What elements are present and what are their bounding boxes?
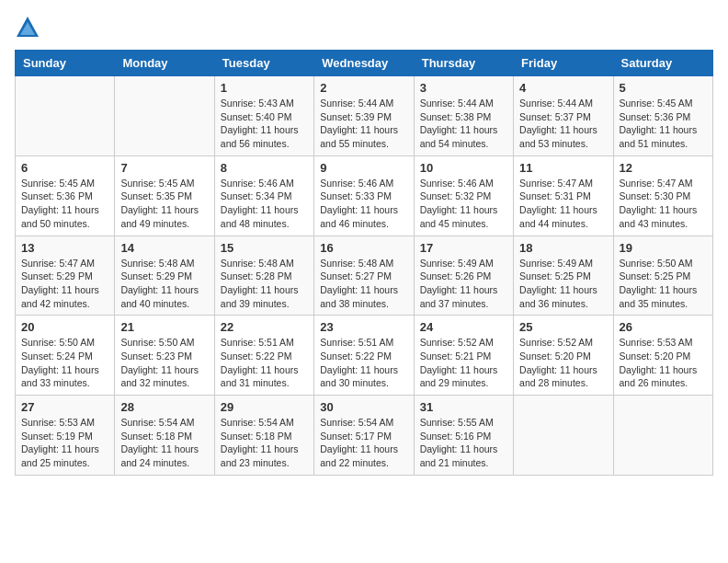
weekday-row: SundayMondayTuesdayWednesdayThursdayFrid… bbox=[16, 51, 713, 76]
calendar-cell bbox=[514, 396, 613, 476]
day-number: 8 bbox=[221, 161, 308, 175]
day-info: Sunrise: 5:52 AMSunset: 5:20 PMDaylight:… bbox=[519, 336, 607, 390]
calendar-cell: 28Sunrise: 5:54 AMSunset: 5:18 PMDayligh… bbox=[115, 396, 214, 476]
day-info: Sunrise: 5:49 AMSunset: 5:26 PMDaylight:… bbox=[420, 257, 507, 311]
calendar-week-row: 13Sunrise: 5:47 AMSunset: 5:29 PMDayligh… bbox=[16, 236, 713, 316]
day-number: 7 bbox=[120, 161, 208, 175]
day-info: Sunrise: 5:46 AMSunset: 5:34 PMDaylight:… bbox=[221, 177, 308, 231]
day-info: Sunrise: 5:43 AMSunset: 5:40 PMDaylight:… bbox=[221, 97, 308, 151]
day-number: 13 bbox=[21, 241, 108, 255]
calendar-cell: 14Sunrise: 5:48 AMSunset: 5:29 PMDayligh… bbox=[115, 236, 214, 316]
calendar-cell: 20Sunrise: 5:50 AMSunset: 5:24 PMDayligh… bbox=[16, 316, 115, 396]
calendar-cell: 1Sunrise: 5:43 AMSunset: 5:40 PMDaylight… bbox=[214, 76, 313, 156]
calendar-cell: 4Sunrise: 5:44 AMSunset: 5:37 PMDaylight… bbox=[514, 76, 613, 156]
day-number: 25 bbox=[519, 320, 607, 334]
calendar-table: SundayMondayTuesdayWednesdayThursdayFrid… bbox=[15, 50, 713, 476]
day-info: Sunrise: 5:54 AMSunset: 5:18 PMDaylight:… bbox=[221, 416, 308, 470]
calendar-cell: 3Sunrise: 5:44 AMSunset: 5:38 PMDaylight… bbox=[414, 76, 513, 156]
day-info: Sunrise: 5:51 AMSunset: 5:22 PMDaylight:… bbox=[221, 336, 308, 390]
day-info: Sunrise: 5:49 AMSunset: 5:25 PMDaylight:… bbox=[519, 257, 607, 311]
calendar-cell: 21Sunrise: 5:50 AMSunset: 5:23 PMDayligh… bbox=[115, 316, 214, 396]
calendar-cell: 2Sunrise: 5:44 AMSunset: 5:39 PMDaylight… bbox=[314, 76, 414, 156]
calendar-cell: 8Sunrise: 5:46 AMSunset: 5:34 PMDaylight… bbox=[214, 155, 313, 236]
day-number: 19 bbox=[620, 241, 707, 255]
day-number: 14 bbox=[120, 241, 208, 255]
day-info: Sunrise: 5:54 AMSunset: 5:18 PMDaylight:… bbox=[120, 416, 208, 470]
day-info: Sunrise: 5:45 AMSunset: 5:36 PMDaylight:… bbox=[21, 177, 108, 231]
day-info: Sunrise: 5:44 AMSunset: 5:39 PMDaylight:… bbox=[320, 97, 407, 151]
weekday-header: Thursday bbox=[414, 51, 513, 76]
day-info: Sunrise: 5:50 AMSunset: 5:23 PMDaylight:… bbox=[120, 336, 208, 390]
calendar-cell: 17Sunrise: 5:49 AMSunset: 5:26 PMDayligh… bbox=[414, 236, 513, 316]
day-number: 24 bbox=[420, 320, 507, 334]
day-number: 4 bbox=[519, 81, 607, 95]
day-info: Sunrise: 5:50 AMSunset: 5:25 PMDaylight:… bbox=[620, 257, 707, 311]
calendar-cell: 31Sunrise: 5:55 AMSunset: 5:16 PMDayligh… bbox=[414, 396, 513, 476]
day-info: Sunrise: 5:47 AMSunset: 5:29 PMDaylight:… bbox=[21, 257, 108, 311]
day-info: Sunrise: 5:47 AMSunset: 5:30 PMDaylight:… bbox=[620, 177, 707, 231]
day-info: Sunrise: 5:54 AMSunset: 5:17 PMDaylight:… bbox=[320, 416, 407, 470]
calendar-cell: 15Sunrise: 5:48 AMSunset: 5:28 PMDayligh… bbox=[214, 236, 313, 316]
calendar-cell: 7Sunrise: 5:45 AMSunset: 5:35 PMDaylight… bbox=[115, 155, 214, 236]
day-info: Sunrise: 5:48 AMSunset: 5:27 PMDaylight:… bbox=[320, 257, 407, 311]
calendar-cell bbox=[115, 76, 214, 156]
day-info: Sunrise: 5:45 AMSunset: 5:35 PMDaylight:… bbox=[120, 177, 208, 231]
day-number: 5 bbox=[620, 81, 707, 95]
day-number: 22 bbox=[221, 320, 308, 334]
day-info: Sunrise: 5:52 AMSunset: 5:21 PMDaylight:… bbox=[420, 336, 507, 390]
day-number: 23 bbox=[320, 320, 407, 334]
day-info: Sunrise: 5:53 AMSunset: 5:19 PMDaylight:… bbox=[21, 416, 108, 470]
weekday-header: Tuesday bbox=[214, 51, 313, 76]
calendar-cell: 30Sunrise: 5:54 AMSunset: 5:17 PMDayligh… bbox=[314, 396, 414, 476]
logo bbox=[15, 15, 44, 40]
day-number: 30 bbox=[320, 400, 407, 414]
calendar-week-row: 1Sunrise: 5:43 AMSunset: 5:40 PMDaylight… bbox=[16, 76, 713, 156]
calendar-cell: 19Sunrise: 5:50 AMSunset: 5:25 PMDayligh… bbox=[613, 236, 712, 316]
weekday-header: Wednesday bbox=[314, 51, 414, 76]
day-info: Sunrise: 5:48 AMSunset: 5:28 PMDaylight:… bbox=[221, 257, 308, 311]
day-info: Sunrise: 5:51 AMSunset: 5:22 PMDaylight:… bbox=[320, 336, 407, 390]
day-number: 17 bbox=[420, 241, 507, 255]
day-number: 31 bbox=[420, 400, 507, 414]
calendar-cell: 16Sunrise: 5:48 AMSunset: 5:27 PMDayligh… bbox=[314, 236, 414, 316]
day-number: 2 bbox=[320, 81, 407, 95]
day-number: 10 bbox=[420, 161, 507, 175]
calendar-cell: 22Sunrise: 5:51 AMSunset: 5:22 PMDayligh… bbox=[214, 316, 313, 396]
day-number: 1 bbox=[221, 81, 308, 95]
day-number: 11 bbox=[519, 161, 607, 175]
calendar-week-row: 20Sunrise: 5:50 AMSunset: 5:24 PMDayligh… bbox=[16, 316, 713, 396]
day-number: 21 bbox=[120, 320, 208, 334]
day-info: Sunrise: 5:55 AMSunset: 5:16 PMDaylight:… bbox=[420, 416, 507, 470]
day-info: Sunrise: 5:44 AMSunset: 5:38 PMDaylight:… bbox=[420, 97, 507, 151]
weekday-header: Sunday bbox=[16, 51, 115, 76]
calendar-cell: 13Sunrise: 5:47 AMSunset: 5:29 PMDayligh… bbox=[16, 236, 115, 316]
calendar-cell: 6Sunrise: 5:45 AMSunset: 5:36 PMDaylight… bbox=[16, 155, 115, 236]
day-info: Sunrise: 5:47 AMSunset: 5:31 PMDaylight:… bbox=[519, 177, 607, 231]
day-number: 27 bbox=[21, 400, 108, 414]
day-number: 26 bbox=[620, 320, 707, 334]
calendar-cell: 10Sunrise: 5:46 AMSunset: 5:32 PMDayligh… bbox=[414, 155, 513, 236]
day-info: Sunrise: 5:45 AMSunset: 5:36 PMDaylight:… bbox=[620, 97, 707, 151]
day-number: 18 bbox=[519, 241, 607, 255]
calendar-header: SundayMondayTuesdayWednesdayThursdayFrid… bbox=[16, 51, 713, 76]
calendar-week-row: 6Sunrise: 5:45 AMSunset: 5:36 PMDaylight… bbox=[16, 155, 713, 236]
day-number: 16 bbox=[320, 241, 407, 255]
day-number: 9 bbox=[320, 161, 407, 175]
day-number: 12 bbox=[620, 161, 707, 175]
calendar-cell: 25Sunrise: 5:52 AMSunset: 5:20 PMDayligh… bbox=[514, 316, 613, 396]
calendar-cell: 5Sunrise: 5:45 AMSunset: 5:36 PMDaylight… bbox=[613, 76, 712, 156]
day-info: Sunrise: 5:46 AMSunset: 5:33 PMDaylight:… bbox=[320, 177, 407, 231]
day-number: 28 bbox=[120, 400, 208, 414]
calendar-cell bbox=[16, 76, 115, 156]
calendar-cell: 18Sunrise: 5:49 AMSunset: 5:25 PMDayligh… bbox=[514, 236, 613, 316]
calendar-body: 1Sunrise: 5:43 AMSunset: 5:40 PMDaylight… bbox=[16, 76, 713, 476]
day-info: Sunrise: 5:53 AMSunset: 5:20 PMDaylight:… bbox=[620, 336, 707, 390]
day-number: 20 bbox=[21, 320, 108, 334]
weekday-header: Saturday bbox=[613, 51, 712, 76]
weekday-header: Friday bbox=[514, 51, 613, 76]
calendar-cell: 26Sunrise: 5:53 AMSunset: 5:20 PMDayligh… bbox=[613, 316, 712, 396]
calendar-cell: 23Sunrise: 5:51 AMSunset: 5:22 PMDayligh… bbox=[314, 316, 414, 396]
day-number: 15 bbox=[221, 241, 308, 255]
logo-icon bbox=[15, 15, 40, 40]
calendar-cell: 9Sunrise: 5:46 AMSunset: 5:33 PMDaylight… bbox=[314, 155, 414, 236]
